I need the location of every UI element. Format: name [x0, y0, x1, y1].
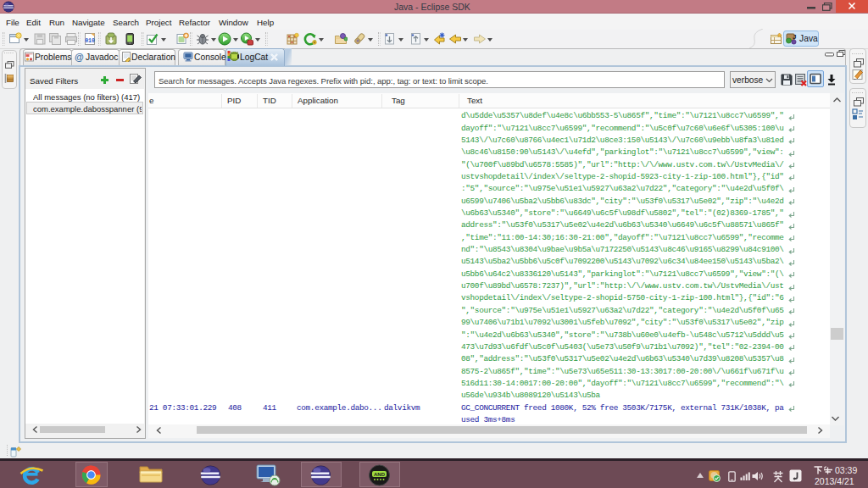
svg-text:J: J — [793, 33, 796, 41]
svg-text:010: 010 — [85, 38, 95, 44]
svg-text:AND: AND — [374, 472, 386, 477]
